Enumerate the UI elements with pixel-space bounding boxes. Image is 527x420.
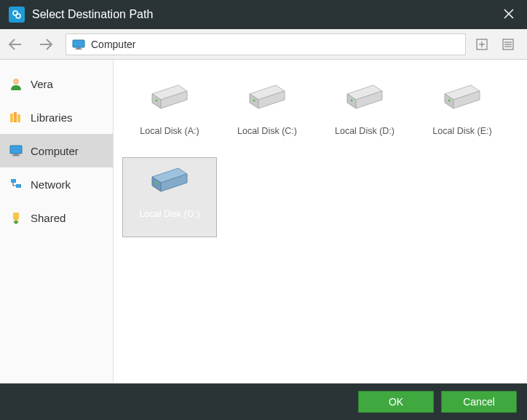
sidebar: Vera Libraries Computer Network Shared — [0, 60, 114, 383]
sidebar-item-label: Shared — [31, 212, 66, 224]
sidebar-item-computer[interactable]: Computer — [0, 134, 113, 167]
disk-icon — [148, 167, 191, 196]
window-title: Select Destination Path — [32, 8, 499, 21]
svg-rect-24 — [16, 184, 21, 188]
main-area: Vera Libraries Computer Network Shared — [0, 60, 527, 384]
user-icon — [9, 76, 23, 91]
drive-label: Local Disk (E:) — [432, 126, 491, 136]
svg-rect-22 — [12, 155, 20, 156]
svg-rect-7 — [76, 47, 81, 49]
footer: OK Cancel — [0, 384, 527, 420]
svg-point-16 — [13, 79, 19, 84]
new-folder-button[interactable] — [470, 33, 494, 55]
monitor-icon — [72, 39, 85, 49]
sidebar-item-vera[interactable]: Vera — [0, 67, 113, 100]
svg-point-1 — [16, 14, 20, 18]
drive-label: Local Disk (D:) — [335, 126, 395, 136]
svg-point-41 — [448, 100, 451, 102]
drive-item[interactable]: Local Disk (D:) — [317, 74, 412, 154]
svg-rect-20 — [10, 146, 22, 154]
shared-icon — [9, 210, 23, 225]
forward-button[interactable] — [31, 29, 61, 60]
svg-rect-19 — [17, 114, 20, 122]
sidebar-item-libraries[interactable]: Libraries — [0, 100, 113, 134]
disk-icon — [343, 84, 387, 113]
drive-item[interactable]: Local Disk (G:) — [122, 157, 217, 237]
close-button[interactable] — [499, 4, 518, 25]
sidebar-item-label: Libraries — [31, 111, 73, 124]
drive-item[interactable]: Local Disk (C:) — [220, 74, 314, 154]
arrow-left-icon — [7, 36, 24, 53]
cancel-button[interactable]: Cancel — [441, 391, 517, 413]
library-icon — [9, 110, 23, 124]
svg-rect-21 — [14, 154, 18, 155]
titlebar: Select Destination Path — [0, 0, 527, 29]
svg-rect-6 — [73, 40, 84, 47]
drive-label: Local Disk (C:) — [237, 126, 297, 136]
breadcrumb[interactable]: Computer — [66, 33, 466, 55]
list-icon — [502, 39, 514, 50]
disk-icon — [440, 84, 484, 113]
sidebar-item-network[interactable]: Network — [0, 167, 113, 201]
drive-label: Local Disk (A:) — [140, 126, 199, 136]
svg-rect-18 — [14, 112, 17, 122]
breadcrumb-label: Computer — [91, 39, 135, 50]
ok-button[interactable]: OK — [358, 391, 434, 413]
navbar: Computer — [0, 29, 527, 60]
drive-label: Local Disk (G:) — [140, 209, 200, 219]
view-list-button[interactable] — [496, 33, 520, 55]
sidebar-item-label: Computer — [31, 145, 79, 157]
network-icon — [9, 177, 23, 191]
disk-icon — [148, 84, 191, 113]
close-icon — [504, 9, 514, 19]
svg-rect-8 — [75, 49, 82, 49]
svg-point-45 — [156, 183, 158, 185]
drive-item[interactable]: Local Disk (E:) — [415, 74, 510, 154]
arrow-right-icon — [37, 36, 55, 53]
sidebar-item-shared[interactable]: Shared — [0, 201, 113, 234]
svg-rect-17 — [10, 114, 13, 122]
disk-icon — [245, 84, 289, 113]
plus-box-icon — [476, 39, 488, 50]
svg-rect-23 — [11, 179, 16, 183]
drive-grid: Local Disk (A:) Local Disk (C:) Local Di… — [114, 60, 527, 383]
drive-item[interactable]: Local Disk (A:) — [122, 74, 217, 154]
svg-point-37 — [351, 100, 353, 102]
svg-point-29 — [156, 100, 158, 102]
svg-rect-25 — [13, 213, 19, 220]
sidebar-item-label: Network — [31, 178, 71, 191]
monitor-icon — [9, 143, 23, 158]
back-button[interactable] — [0, 29, 31, 60]
app-icon — [9, 7, 25, 23]
svg-point-33 — [253, 100, 255, 102]
sidebar-item-label: Vera — [31, 78, 53, 90]
